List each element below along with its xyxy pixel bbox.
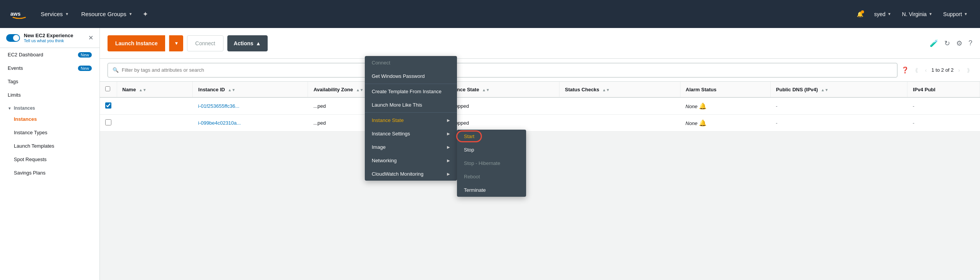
dns-sort-icon: ▲▼ (821, 88, 829, 92)
svg-text:aws: aws (10, 11, 21, 17)
instance-id-column-header[interactable]: Instance ID ▲▼ (193, 82, 308, 97)
ipv4-cell: - (907, 97, 980, 115)
services-menu[interactable]: Services ▼ (35, 0, 75, 28)
actions-label: Actions (234, 40, 253, 46)
launch-instance-dropdown-button[interactable]: ▼ (169, 35, 183, 51)
sidebar-item-launch-templates[interactable]: Launch Templates (0, 139, 99, 153)
row-checkbox[interactable] (105, 119, 111, 125)
alarm-icon[interactable]: 🔔 (699, 103, 707, 109)
launch-instance-button[interactable]: Launch Instance (108, 35, 165, 51)
public-dns-column-header[interactable]: Public DNS (IPv4) ▲▼ (770, 82, 907, 97)
beaker-icon[interactable]: 🧪 (930, 39, 938, 48)
instance-name-cell (117, 115, 193, 132)
region-menu[interactable]: N. Virginia ▼ (897, 0, 937, 28)
search-input[interactable] (122, 67, 892, 73)
pagination-prev-button[interactable]: ‹ (923, 66, 929, 75)
row-checkbox-cell[interactable] (100, 115, 117, 132)
row-checkbox[interactable] (105, 102, 111, 109)
sidebar-item-label: Savings Plans (14, 170, 45, 176)
refresh-icon[interactable]: ↻ (944, 39, 950, 48)
sidebar-item-ec2-dashboard[interactable]: EC2 Dashboard New (0, 48, 99, 61)
help-icon[interactable]: ? (968, 39, 972, 47)
instances-group-chevron-icon: ▼ (8, 106, 12, 110)
sidebar-close-icon[interactable]: ✕ (88, 34, 93, 41)
submenu-chevron-icon: ▶ (447, 158, 450, 163)
aws-logo[interactable]: aws (8, 7, 31, 22)
sidebar-item-label: Events (8, 65, 23, 71)
new-experience-toggle[interactable] (6, 34, 20, 42)
submenu-item-reboot[interactable]: Reboot (457, 170, 526, 183)
support-label: Support (943, 11, 962, 17)
table-row: i-099be4c02310a... ...ped stopped None 🔔… (100, 115, 980, 132)
user-menu[interactable]: syed ▼ (869, 0, 896, 28)
instance-state-column-header[interactable]: Instance State ▲▼ (440, 82, 559, 97)
dropdown-item-instance-state[interactable]: Instance State ▶ (365, 114, 457, 127)
new-experience-link[interactable]: Tell us what you think (24, 38, 84, 43)
submenu-chevron-icon: ▶ (447, 118, 450, 122)
pin-icon[interactable]: ✦ (139, 10, 152, 18)
resource-groups-menu[interactable]: Resource Groups ▼ (75, 0, 138, 28)
public-dns-cell: - (770, 97, 907, 115)
pagination-last-button[interactable]: ⟫ (965, 66, 972, 75)
dropdown-item-get-windows-password[interactable]: Get Windows Password (365, 69, 457, 83)
instances-group-label: Instances (14, 105, 35, 111)
sidebar-item-tags[interactable]: Tags (0, 75, 99, 88)
dropdown-item-label: CloudWatch Monitoring (372, 171, 424, 177)
search-help-icon[interactable]: ❓ (901, 66, 909, 74)
dropdown-item-connect[interactable]: Connect (365, 56, 457, 69)
top-navigation: aws Services ▼ Resource Groups ▼ ✦ 🔔 sye… (0, 0, 980, 28)
public-dns-cell: - (770, 115, 907, 132)
submenu-item-stop-hibernate[interactable]: Stop - Hibernate (457, 156, 526, 170)
toolbar: Launch Instance ▼ Connect Actions ▲ 🧪 ↻ … (100, 28, 980, 59)
status-checks-column-header[interactable]: Status Checks ▲▼ (559, 82, 680, 97)
sidebar-item-savings-plans[interactable]: Savings Plans (0, 166, 99, 180)
row-checkbox-cell[interactable] (100, 97, 117, 115)
dropdown-item-launch-more[interactable]: Launch More Like This (365, 98, 457, 112)
services-label: Services (41, 11, 63, 17)
sidebar-item-spot-requests[interactable]: Spot Requests (0, 153, 99, 166)
submenu-item-terminate[interactable]: Terminate (457, 183, 526, 197)
sidebar-item-instances[interactable]: Instances (0, 112, 99, 126)
settings-icon[interactable]: ⚙ (956, 39, 962, 48)
az-sort-icon: ▲▼ (356, 88, 364, 92)
terminate-label: Terminate (464, 187, 486, 193)
sidebar-item-limits[interactable]: Limits (0, 88, 99, 102)
instance-id-cell[interactable]: i-099be4c02310a... (193, 115, 308, 132)
dropdown-item-image[interactable]: Image ▶ (365, 140, 457, 154)
submenu-item-start[interactable]: Start (457, 130, 526, 143)
dropdown-separator (365, 84, 457, 84)
pagination-next-button[interactable]: › (956, 66, 962, 75)
dropdown-item-cloudwatch[interactable]: CloudWatch Monitoring ▶ (365, 167, 457, 181)
select-all-checkbox[interactable] (105, 86, 110, 91)
dropdown-separator-2 (365, 112, 457, 113)
alarm-status-column-header[interactable]: Alarm Status (680, 82, 770, 97)
support-menu[interactable]: Support ▼ (939, 0, 972, 28)
instance-state-submenu: Start Stop Stop - Hibernate Reboot Termi… (457, 130, 526, 197)
instances-table: Name ▲▼ Instance ID ▲▼ Availability Zone… (100, 82, 980, 132)
ipv4-public-column-header[interactable]: IPv4 Publ (907, 82, 980, 97)
dropdown-item-label: Image (372, 144, 386, 150)
support-chevron-icon: ▼ (964, 12, 968, 16)
select-all-header[interactable] (100, 82, 117, 97)
dropdown-item-instance-settings[interactable]: Instance Settings ▶ (365, 127, 457, 140)
instances-group-header[interactable]: ▼ Instances (0, 102, 99, 112)
services-chevron-icon: ▼ (65, 12, 69, 16)
checks-sort-icon: ▲▼ (602, 88, 610, 92)
connect-button[interactable]: Connect (187, 35, 223, 51)
notifications-bell[interactable]: 🔔 (852, 0, 868, 28)
alarm-status-cell: None 🔔 (680, 115, 770, 132)
actions-button[interactable]: Actions ▲ (227, 35, 268, 51)
search-bar: 🔍 ❓ ⟪ ‹ 1 to 2 of 2 › ⟫ (100, 59, 980, 82)
sidebar-item-events[interactable]: Events New (0, 61, 99, 75)
submenu-item-stop[interactable]: Stop (457, 143, 526, 156)
instance-id-cell[interactable]: i-01f253655ffc36... (193, 97, 308, 115)
sidebar-item-label: Limits (8, 92, 21, 98)
sidebar-item-instance-types[interactable]: Instance Types (0, 126, 99, 139)
status-checks-cell (559, 115, 680, 132)
name-column-header[interactable]: Name ▲▼ (117, 82, 193, 97)
pagination-first-button[interactable]: ⟪ (913, 66, 920, 75)
dropdown-item-networking[interactable]: Networking ▶ (365, 154, 457, 167)
alarm-icon[interactable]: 🔔 (699, 120, 707, 126)
dropdown-item-create-template[interactable]: Create Template From Instance (365, 85, 457, 98)
instance-id-sort-icon: ▲▼ (228, 88, 235, 92)
